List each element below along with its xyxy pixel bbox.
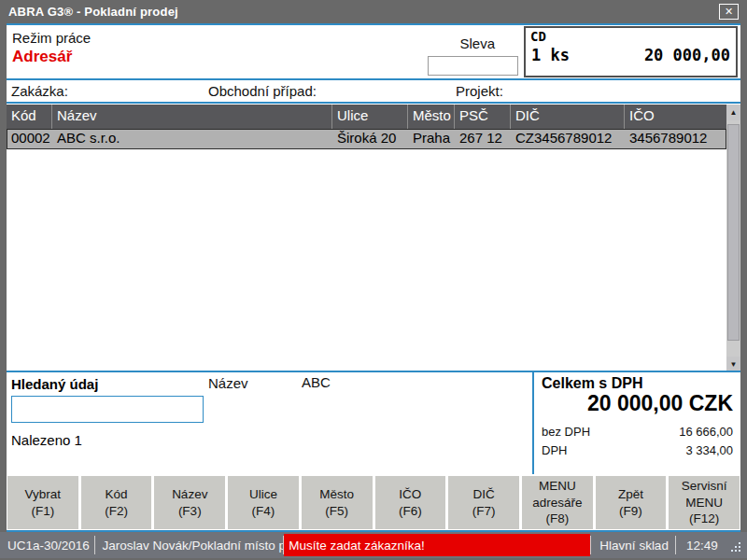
- status-time: 12:49: [676, 532, 729, 558]
- status-error-message: Musíte zadat zákazníka!: [284, 534, 590, 556]
- table-body: 00002ABC s.r.o.Široká 20Praha267 12CZ345…: [7, 129, 726, 149]
- table-cell: CZ3456789012: [511, 129, 625, 149]
- current-item-display: CD 1 ks 20 000,00: [524, 26, 738, 77]
- button-key: (F9): [619, 503, 642, 520]
- scrollbar-thumb[interactable]: [727, 124, 740, 341]
- divider-1: [7, 78, 740, 80]
- content-area: Režim práce Adresář Sleva CD 1 ks 20 000…: [7, 23, 740, 532]
- discount-input[interactable]: [428, 56, 518, 76]
- function-button-row: Vybrat(F1)Kód(F2)Název(F3)Ulice(F4)Město…: [7, 476, 740, 529]
- close-button[interactable]: ✕: [719, 4, 739, 20]
- divider-2: [7, 102, 740, 104]
- button-label: MENU adresáře: [524, 478, 591, 511]
- vat-value: 3 334,00: [685, 443, 733, 457]
- table-row[interactable]: 00002ABC s.r.o.Široká 20Praha267 12CZ345…: [7, 129, 726, 149]
- button-label: IČO: [399, 486, 421, 503]
- totals-divider: [532, 372, 534, 474]
- table-cell: 267 12: [455, 129, 511, 149]
- search-field-label: Název: [208, 375, 248, 391]
- function-button-f7[interactable]: DIČ(F7): [448, 476, 519, 529]
- table-cell: Praha: [408, 129, 455, 149]
- order-label: Zakázka:: [11, 83, 68, 99]
- item-name: CD: [526, 28, 736, 44]
- function-button-f2[interactable]: Kód(F2): [81, 476, 152, 529]
- resize-grip-icon[interactable]: [729, 532, 747, 558]
- project-label: Projekt:: [456, 83, 503, 99]
- button-label: Servisní MENU: [670, 478, 738, 511]
- divider-top: [7, 23, 740, 25]
- status-doc-number: UC1a-30/2016: [0, 532, 94, 558]
- table-header: KódNázevUliceMěstoPSČDIČIČO: [7, 105, 726, 129]
- net-label: bez DPH: [542, 425, 590, 439]
- vat-label: DPH: [542, 443, 567, 457]
- column-header-6[interactable]: DIČ: [511, 105, 625, 129]
- function-button-f6[interactable]: IČO(F6): [375, 476, 446, 529]
- function-button-f12[interactable]: Servisní MENU(F12): [669, 476, 740, 529]
- button-key: (F2): [105, 503, 128, 520]
- column-header-2[interactable]: Název: [52, 105, 332, 129]
- column-header-1[interactable]: Kód: [7, 105, 52, 129]
- item-quantity: 1 ks: [531, 46, 570, 64]
- scroll-up-button[interactable]: ▲: [726, 105, 740, 120]
- item-amount: 20 000,00: [644, 46, 730, 64]
- button-label: Název: [172, 486, 207, 503]
- button-label: Ulice: [249, 486, 277, 503]
- table-cell: 3456789012: [625, 129, 726, 149]
- button-key: (F7): [472, 503, 496, 520]
- search-input[interactable]: [11, 396, 204, 423]
- search-field-value: ABC: [302, 374, 331, 390]
- function-button-f8[interactable]: MENU adresáře(F8): [522, 476, 593, 529]
- net-value: 16 666,00: [679, 425, 733, 439]
- function-button-f9[interactable]: Zpět(F9): [596, 476, 667, 529]
- title-bar[interactable]: ABRA G3® - Pokladní prodej ✕: [0, 0, 747, 23]
- button-label: Vybrat: [25, 486, 62, 503]
- status-bar: UC1a-30/2016 Jaroslav Novák/Pokladní mís…: [0, 532, 747, 558]
- button-key: (F6): [399, 503, 422, 520]
- app-window: ABRA G3® - Pokladní prodej ✕ Režim práce…: [0, 0, 747, 560]
- button-key: (F12): [689, 511, 719, 527]
- function-button-f1[interactable]: Vybrat(F1): [7, 476, 78, 529]
- search-label: Hledaný údaj: [11, 376, 98, 392]
- window-title: ABRA G3® - Pokladní prodej: [8, 5, 178, 19]
- function-button-f5[interactable]: Město(F5): [302, 476, 373, 529]
- discount-label: Sleva: [399, 35, 495, 51]
- column-header-4[interactable]: Město: [408, 105, 455, 129]
- close-icon: ✕: [725, 6, 733, 18]
- function-button-f4[interactable]: Ulice(F4): [228, 476, 299, 529]
- status-warehouse: Hlavní sklad: [591, 532, 675, 558]
- column-header-3[interactable]: Ulice: [332, 105, 408, 129]
- button-key: (F5): [325, 503, 348, 520]
- function-button-f3[interactable]: Název(F3): [154, 476, 225, 529]
- found-count: Nalezeno 1: [11, 432, 82, 448]
- scroll-down-icon: ▼: [730, 360, 738, 369]
- button-label: Zpět: [618, 486, 643, 503]
- table-cell: Široká 20: [332, 129, 408, 149]
- divider-3: [7, 371, 740, 372]
- table-cell: 00002: [7, 129, 52, 149]
- mode-label: Režim práce: [12, 30, 91, 46]
- total-label: Celkem s DPH: [542, 375, 643, 392]
- total-value: 20 000,00 CZK: [587, 391, 733, 416]
- button-label: DIČ: [472, 486, 494, 503]
- button-key: (F3): [178, 503, 202, 520]
- button-key: (F1): [31, 503, 54, 520]
- button-key: (F8): [545, 511, 569, 527]
- column-header-7[interactable]: IČO: [625, 105, 726, 129]
- table-cell: ABC s.r.o.: [52, 129, 332, 149]
- button-key: (F4): [252, 503, 275, 520]
- status-user: Jaroslav Novák/Pokladní místo prod.: [95, 532, 283, 558]
- mode-value: Adresář: [12, 48, 72, 66]
- scroll-up-icon: ▲: [730, 108, 738, 117]
- button-label: Město: [319, 486, 354, 503]
- column-header-5[interactable]: PSČ: [455, 105, 511, 129]
- button-label: Kód: [106, 486, 128, 503]
- case-label: Obchodní případ:: [208, 83, 317, 99]
- table-scrollbar[interactable]: ▲ ▼: [726, 105, 740, 372]
